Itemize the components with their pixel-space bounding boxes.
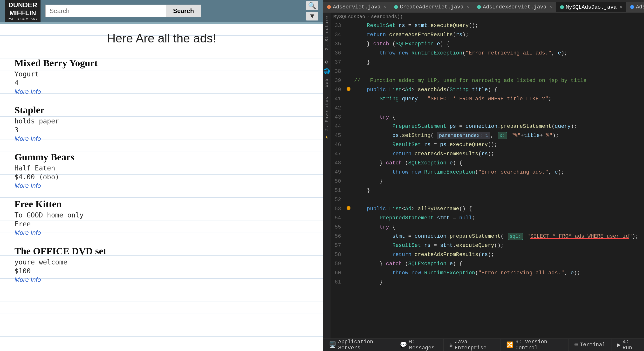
- table-row: 37 }: [330, 58, 644, 67]
- line-gutter: [345, 250, 352, 259]
- table-row: 45 ps.setString( parameterIndex: 1, x: "…: [330, 131, 644, 140]
- table-row: 44 PreparedStatement ps = connection.pre…: [330, 122, 644, 131]
- ad-more-info-link[interactable]: More Info: [14, 135, 41, 142]
- tab-close-icon[interactable]: ×: [550, 4, 552, 9]
- tab-label: AdsIndexServlet.java: [483, 4, 546, 10]
- line-number: 43: [330, 113, 345, 122]
- messages-icon: 💬: [400, 341, 407, 348]
- line-code: // Function added my LLP, used for narro…: [352, 76, 644, 85]
- header-icons: 🔍 ▼: [306, 1, 318, 20]
- line-number: 53: [330, 204, 345, 214]
- table-row: 57 ResultSet rs = stmt.executeQuery();: [330, 241, 644, 250]
- ad-title: Free Kitten: [14, 198, 308, 210]
- line-number: 49: [330, 168, 345, 177]
- breadcrumb-separator: ›: [366, 14, 370, 19]
- content-area: Here Are all the ads! Mixed Berry Yogurt…: [0, 24, 323, 351]
- logo: DUNDER MIFFLIN PAPER COMPANY: [5, 0, 40, 23]
- tab-ads-servlet[interactable]: AdsServlet.java ×: [323, 2, 390, 12]
- line-gutter: [345, 159, 352, 168]
- structure-panel-label[interactable]: 2: Structure: [324, 13, 330, 52]
- tab-close-icon[interactable]: ×: [466, 4, 469, 9]
- table-row: 56 stmt = connection.prepareStatement( s…: [330, 232, 644, 241]
- header: DUNDER MIFFLIN PAPER COMPANY Search 🔍 ▼: [0, 0, 323, 22]
- ad-price: 3: [14, 126, 308, 134]
- bottom-tab-version-control[interactable]: 🔀 9: Version Control: [500, 339, 569, 351]
- bottom-tab-app-servers[interactable]: 🖥️ Application Servers: [323, 339, 394, 351]
- tab-label: CreateAdServlet.java: [400, 4, 464, 10]
- breadcrumb-method: searchAds(): [371, 14, 403, 19]
- line-gutter: [345, 232, 352, 241]
- ad-more-info-link[interactable]: More Info: [14, 276, 41, 283]
- line-gutter: [345, 67, 352, 76]
- line-gutter: [345, 195, 352, 204]
- ad-more-info-link[interactable]: More Info: [14, 182, 41, 189]
- table-row: 36 throw new RuntimeException("Error ret…: [330, 49, 644, 58]
- line-code: [352, 67, 644, 76]
- line-code: try {: [352, 223, 644, 232]
- table-row: 58 return createAdsFromResults(rs);: [330, 250, 644, 259]
- line-gutter: [345, 168, 352, 177]
- line-gutter: [345, 39, 352, 49]
- tab-ads-java[interactable]: Ads.java ×: [626, 2, 644, 12]
- line-code: }: [352, 58, 644, 67]
- line-number: 37: [330, 58, 345, 67]
- table-row: 61 }: [330, 278, 644, 287]
- favorites-panel-label[interactable]: 2: Favorites: [324, 94, 330, 133]
- line-number: 44: [330, 122, 345, 131]
- web-panel-label[interactable]: Web: [324, 76, 330, 89]
- line-gutter: [345, 241, 352, 250]
- table-row: 50 }: [330, 177, 644, 186]
- bottom-bar: 🖥️ Application Servers 💬 0: Messages ☕ J…: [323, 339, 644, 351]
- bottom-tab-label: Java Enterprise: [455, 339, 494, 351]
- header-dropdown-button[interactable]: ▼: [306, 12, 318, 20]
- tab-create-ad-servlet[interactable]: CreateAdServlet.java ×: [390, 2, 473, 12]
- editor-body: 2: Structure ⚙ 🌐 Web 2: Favorites ★ MySQ…: [323, 12, 644, 339]
- line-number: 42: [330, 104, 345, 113]
- table-row: 38: [330, 67, 644, 76]
- ad-category: Yogurt: [14, 70, 308, 78]
- bottom-tab-run[interactable]: ▶️ 4: Run: [612, 339, 644, 351]
- code-area[interactable]: MySQLAdsDao › searchAds() 33 ResultSet r…: [330, 12, 644, 339]
- star-icon[interactable]: ★: [325, 133, 328, 140]
- table-row: 41 String query = "SELECT * FROM ads WHE…: [330, 94, 644, 104]
- line-code: throw new RuntimeException("Error search…: [352, 168, 644, 177]
- line-number: 54: [330, 214, 345, 223]
- globe-icon[interactable]: 🌐: [323, 67, 332, 76]
- header-search-icon-button[interactable]: 🔍: [306, 1, 318, 10]
- line-code: }: [352, 177, 644, 186]
- line-number: 51: [330, 186, 345, 195]
- bottom-tab-terminal[interactable]: ⌨️ Terminal: [569, 339, 612, 351]
- search-form: Search: [45, 4, 262, 17]
- tab-dot: [560, 5, 564, 9]
- line-gutter: [345, 140, 352, 149]
- app-servers-icon: 🖥️: [329, 341, 336, 348]
- line-code: PreparedStatement ps = connection.prepar…: [352, 122, 644, 131]
- ad-more-info-link[interactable]: More Info: [14, 229, 41, 236]
- tab-close-icon[interactable]: ×: [384, 4, 386, 9]
- gear-icon[interactable]: ⚙: [324, 57, 330, 67]
- line-code: }: [352, 278, 644, 287]
- tab-mysql-ads-dao[interactable]: MySQLAdsDao.java ×: [556, 2, 626, 12]
- code-editor: AdsServlet.java × CreateAdServlet.java ×…: [323, 0, 644, 351]
- tab-label: MySQLAdsDao.java: [566, 4, 617, 10]
- search-input[interactable]: [45, 4, 166, 17]
- bottom-tab-messages[interactable]: 💬 0: Messages: [394, 339, 444, 351]
- ad-item: Mixed Berry Yogurt Yogurt 4 More Info: [14, 57, 308, 96]
- ad-price: $100: [14, 267, 308, 275]
- line-gutter: [345, 214, 352, 223]
- tab-close-icon[interactable]: ×: [620, 5, 622, 10]
- line-code: }: [352, 186, 644, 195]
- ad-more-info-link[interactable]: More Info: [14, 88, 41, 95]
- line-code: ResultSet rs = ps.executeQuery();: [352, 140, 644, 149]
- ad-item: The OFFICE DVD set youre welcome $100 Mo…: [14, 245, 308, 284]
- java-enterprise-icon: ☕: [449, 341, 453, 348]
- ad-category: To GOOD home only: [14, 211, 308, 219]
- line-gutter: [345, 21, 352, 30]
- table-row: 49 throw new RuntimeException("Error sea…: [330, 168, 644, 177]
- line-code: return createAdsFromResults(rs);: [352, 250, 644, 259]
- search-button[interactable]: Search: [166, 4, 201, 17]
- line-number: 35: [330, 39, 345, 49]
- bottom-tab-java-enterprise[interactable]: ☕ Java Enterprise: [444, 339, 500, 351]
- tab-ads-index-servlet[interactable]: AdsIndexServlet.java ×: [473, 2, 556, 12]
- line-gutter: [345, 58, 352, 67]
